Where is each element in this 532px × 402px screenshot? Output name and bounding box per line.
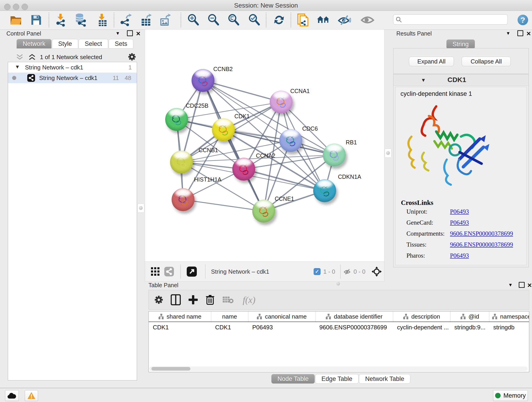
- network-overview-button[interactable]: [164, 262, 174, 281]
- zoom-fit-button[interactable]: [227, 13, 241, 27]
- node-RB1[interactable]: [323, 143, 346, 166]
- grid-view-button[interactable]: [151, 262, 160, 281]
- delete-table-button[interactable]: [222, 293, 234, 306]
- birds-eye-toggle-button[interactable]: [371, 262, 382, 281]
- hide-selected-button[interactable]: [337, 13, 351, 27]
- expand-all-button[interactable]: Expand All: [409, 57, 454, 66]
- show-columns-button[interactable]: [169, 293, 182, 306]
- open-session-button[interactable]: [9, 13, 23, 27]
- gear-icon[interactable]: [127, 52, 137, 61]
- node-description: cyclin-dependent kinase 1: [400, 90, 472, 97]
- crosslink-link[interactable]: 9606.ENSP00000378699: [450, 241, 513, 248]
- memory-label: Memory: [503, 392, 526, 399]
- detach-view-button[interactable]: [187, 262, 197, 281]
- tab-network-table[interactable]: Network Table: [359, 374, 411, 384]
- create-column-button[interactable]: [187, 293, 200, 306]
- close-panel-icon[interactable]: ×: [136, 31, 140, 36]
- import-network-file-button[interactable]: [54, 13, 68, 27]
- scrollbar-thumb[interactable]: [152, 367, 190, 370]
- column-header-databaseidentifier[interactable]: database identifier: [315, 312, 393, 322]
- column-header-name[interactable]: name: [211, 312, 248, 322]
- zoom-selected-button[interactable]: [247, 13, 261, 27]
- horizontal-scrollbar[interactable]: [149, 366, 528, 371]
- tab-network[interactable]: Network: [17, 39, 51, 49]
- edge-HIST1H1A-CCNE1[interactable]: [183, 200, 264, 211]
- zoom-out-button[interactable]: [207, 13, 220, 27]
- tab-edge-table[interactable]: Edge Table: [315, 374, 359, 384]
- crosslink-link[interactable]: 9606.ENSP00000378699: [450, 230, 513, 237]
- column-header-canonicalname[interactable]: canonical name: [248, 312, 316, 322]
- section-header[interactable]: ▼ CDK1: [393, 75, 529, 86]
- memory-button[interactable]: Memory: [493, 390, 528, 401]
- zoom-in-button[interactable]: [186, 13, 200, 27]
- warnings-button[interactable]: [25, 390, 38, 401]
- network-row-selected[interactable]: String Network – cdk1 11 48: [8, 73, 137, 83]
- node-CCNB1[interactable]: [170, 151, 193, 173]
- tab-style[interactable]: Style: [52, 39, 78, 49]
- node-CDC25B[interactable]: [165, 108, 188, 131]
- node-label: CCNA2: [256, 153, 275, 159]
- panel-divider-handle[interactable]: [138, 204, 144, 213]
- crosslink-link[interactable]: P06493: [450, 219, 469, 226]
- export-network-button[interactable]: [119, 13, 133, 27]
- export-table-button[interactable]: [140, 13, 153, 27]
- search-input[interactable]: [404, 16, 505, 23]
- delete-column-button[interactable]: [204, 293, 216, 306]
- collapse-all-button[interactable]: Collapse All: [462, 57, 511, 66]
- node-CCNA2[interactable]: [232, 158, 255, 181]
- save-session-button[interactable]: [29, 13, 43, 27]
- table-cell[interactable]: P06493: [248, 322, 315, 332]
- collapse-all-icon[interactable]: [16, 54, 24, 61]
- section-collapse-icon[interactable]: ▼: [421, 77, 426, 83]
- node-CDC6[interactable]: [279, 129, 302, 152]
- close-panel-icon[interactable]: ×: [527, 283, 532, 287]
- table-cell[interactable]: CDK1: [211, 322, 248, 332]
- float-panel-icon[interactable]: [127, 30, 133, 38]
- show-all-button[interactable]: [361, 13, 374, 27]
- column-header-namespace[interactable]: namespace: [489, 312, 529, 322]
- expand-all-icon[interactable]: [28, 54, 36, 61]
- float-panel-icon[interactable]: [517, 30, 523, 38]
- help-button[interactable]: ?: [516, 13, 530, 27]
- table-cell[interactable]: stringdb:9...: [450, 322, 489, 332]
- table-cell[interactable]: cyclin-dependent ...: [393, 322, 450, 332]
- import-table-button[interactable]: [95, 13, 109, 27]
- close-panel-icon[interactable]: ×: [526, 31, 531, 36]
- table-cell[interactable]: 9606.ENSP00000378699: [315, 322, 393, 332]
- tab-select[interactable]: Select: [79, 39, 108, 49]
- function-builder-button[interactable]: f(x): [240, 293, 258, 306]
- export-image-button[interactable]: [158, 13, 172, 27]
- column-header-sharedname[interactable]: shared name: [149, 312, 211, 322]
- crosslink-link[interactable]: P06493: [450, 252, 469, 259]
- edge-CCNB2-RB1[interactable]: [203, 80, 334, 155]
- table-cell[interactable]: CDK1: [149, 322, 211, 332]
- node-CCNB2[interactable]: [191, 69, 215, 92]
- panel-menu-icon[interactable]: ▼: [506, 31, 510, 36]
- node-CCNA1[interactable]: [270, 90, 293, 114]
- tab-string[interactable]: String: [446, 39, 475, 49]
- cloud-status-button[interactable]: [5, 390, 19, 401]
- import-network-database-button[interactable]: [74, 13, 88, 27]
- node-CDKN1A[interactable]: [313, 179, 336, 202]
- float-panel-icon[interactable]: [519, 282, 525, 289]
- network-view-canvas[interactable]: CCNB2CCNA1CDC25BCDK1CDC6RB1CCNB1CCNA2CDK…: [145, 29, 385, 262]
- node-CDK1[interactable]: [212, 118, 235, 141]
- tab-sets[interactable]: Sets: [109, 39, 133, 49]
- table-cell[interactable]: stringdb: [489, 322, 529, 332]
- panel-menu-icon[interactable]: ▼: [115, 31, 120, 36]
- tab-node-table[interactable]: Node Table: [271, 374, 315, 384]
- node-CCNE1[interactable]: [252, 200, 275, 223]
- network-collection-row[interactable]: ▼ String Network – cdk1 1: [8, 62, 137, 73]
- apply-layout-button[interactable]: [272, 13, 286, 27]
- table-options-button[interactable]: [152, 293, 165, 306]
- panel-divider-handle[interactable]: [385, 148, 392, 158]
- new-network-from-selection-button[interactable]: [297, 13, 310, 27]
- panel-menu-icon[interactable]: ▼: [508, 282, 513, 288]
- first-neighbors-button[interactable]: [317, 13, 330, 27]
- tree-collapse-icon[interactable]: ▼: [15, 64, 20, 70]
- selected-filter-checkbox[interactable]: ✓: [314, 262, 321, 281]
- column-header-id[interactable]: @id: [450, 312, 489, 322]
- column-header-description[interactable]: description: [393, 312, 450, 322]
- crosslink-link[interactable]: P06493: [450, 208, 469, 215]
- node-HIST1H1A[interactable]: [172, 188, 195, 211]
